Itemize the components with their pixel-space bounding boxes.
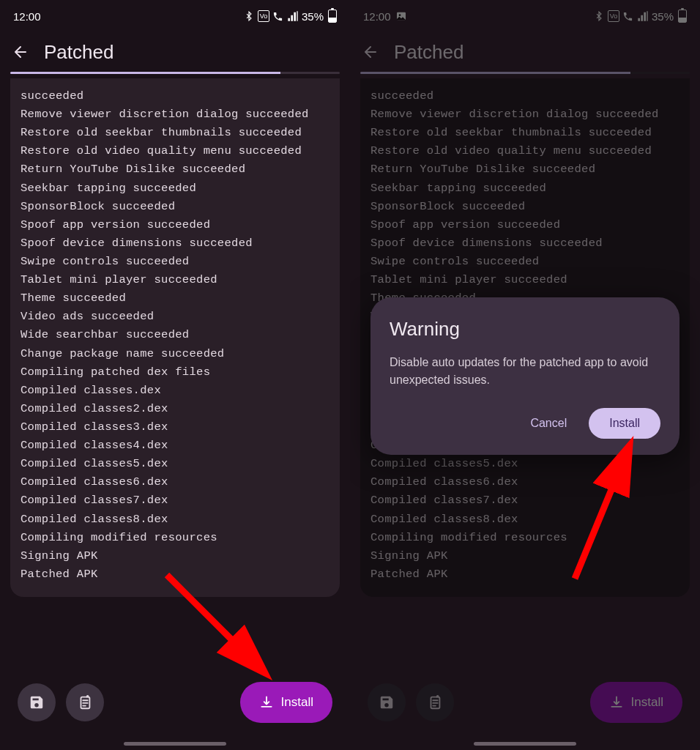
nav-handle [124, 742, 226, 746]
log-line: Compiled classes6.dex [371, 473, 679, 491]
battery-percent: 35% [302, 10, 324, 23]
back-icon[interactable] [362, 43, 379, 61]
progress-bar [10, 72, 340, 74]
log-line: succeeded [371, 87, 679, 105]
log-line: Restore old video quality menu succeeded [371, 142, 679, 160]
picture-icon [395, 10, 407, 22]
log-line: Compiled classes6.dex [21, 473, 329, 491]
status-icons: Vo 35% [243, 10, 337, 23]
log-line: Restore old seekbar thumbnails succeeded [21, 124, 329, 142]
log-line: Swipe controls succeeded [21, 253, 329, 271]
log-line: SponsorBlock succeeded [371, 198, 679, 216]
install-button-label: Install [281, 695, 313, 710]
log-line: Compiled classes7.dex [21, 491, 329, 510]
log-line: Compiled classes4.dex [21, 437, 329, 455]
wifi-call-icon [272, 10, 284, 22]
log-line: Restore old seekbar thumbnails succeeded [371, 124, 679, 142]
log-line: Compiled classes3.dex [21, 418, 329, 437]
signal-icon [637, 10, 649, 22]
save-button[interactable] [18, 683, 56, 721]
status-bar: 12:00 Vo 35% [350, 0, 700, 32]
log-line: Return YouTube Dislike succeeded [371, 160, 679, 179]
log-line: Swipe controls succeeded [371, 253, 679, 271]
dialog-title: Warning [390, 318, 660, 341]
log-line: succeeded [21, 87, 329, 105]
log-line: Restore old video quality menu succeeded [21, 142, 329, 160]
log-line: Seekbar tapping succeeded [371, 179, 679, 198]
log-line: Signing APK [371, 547, 679, 565]
log-line: Compiled classes5.dex [371, 455, 679, 473]
install-button[interactable]: Install [240, 682, 332, 723]
wifi-call-icon [622, 10, 634, 22]
status-bar: 12:00 Vo 35% [0, 0, 350, 32]
cancel-button[interactable]: Cancel [520, 409, 577, 437]
log-line: Compiling modified resources [21, 529, 329, 547]
log-line: Spoof device dimensions succeeded [371, 234, 679, 253]
log-line: Change package name succeeded [21, 345, 329, 363]
log-line: Compiled classes8.dex [21, 510, 329, 529]
log-line: Compiled classes7.dex [371, 491, 679, 510]
status-icons: Vo 35% [593, 10, 687, 23]
volte-icon: Vo [608, 10, 619, 22]
log-line: Patched APK [371, 565, 679, 584]
download-icon [259, 695, 274, 710]
nav-handle [474, 742, 576, 746]
app-bar: Patched [350, 32, 700, 72]
bluetooth-icon [243, 10, 255, 22]
log-line: Signing APK [21, 547, 329, 565]
log-line: Tablet mini player succeeded [371, 271, 679, 289]
log-line: Spoof app version succeeded [21, 216, 329, 234]
bluetooth-icon [593, 10, 605, 22]
page-title: Patched [394, 41, 463, 64]
screenshot-right: 12:00 Vo 35% Patched succeededRemove [350, 0, 700, 750]
install-button-label: Install [631, 695, 663, 710]
log-line: Remove viewer discretion dialog succeede… [371, 105, 679, 124]
log-line: Compiled classes5.dex [21, 455, 329, 473]
battery-icon [678, 10, 687, 23]
log-line: Compiled classes.dex [21, 382, 329, 400]
download-icon [609, 695, 624, 710]
log-line: Compiled classes8.dex [371, 510, 679, 529]
log-line: Compiling modified resources [371, 529, 679, 547]
copy-log-button[interactable] [66, 683, 104, 721]
warning-dialog: Warning Disable auto updates for the pat… [371, 297, 679, 455]
dialog-install-button[interactable]: Install [589, 408, 660, 439]
dialog-body: Disable auto updates for the patched app… [390, 354, 660, 389]
log-line: Wide searchbar succeeded [21, 326, 329, 344]
log-line: Spoof device dimensions succeeded [21, 234, 329, 253]
signal-icon [287, 10, 299, 22]
save-button[interactable] [368, 683, 406, 721]
back-icon[interactable] [12, 43, 29, 61]
battery-percent: 35% [652, 10, 674, 23]
log-line: Return YouTube Dislike succeeded [21, 160, 329, 179]
log-line: Tablet mini player succeeded [21, 271, 329, 289]
log-line: Patched APK [21, 565, 329, 584]
status-time: 12:00 [13, 10, 41, 23]
log-line: Remove viewer discretion dialog succeede… [21, 105, 329, 124]
svg-point-3 [398, 14, 401, 16]
log-line: Compiling patched dex files [21, 363, 329, 382]
bottom-bar: Install [350, 669, 700, 750]
install-button[interactable]: Install [590, 682, 682, 723]
status-time: 12:00 [363, 10, 391, 23]
progress-bar [360, 72, 690, 74]
app-bar: Patched [0, 32, 350, 72]
volte-icon: Vo [258, 10, 269, 22]
log-panel[interactable]: succeededRemove viewer discretion dialog… [10, 78, 340, 597]
battery-icon [328, 10, 337, 23]
page-title: Patched [44, 41, 113, 64]
screenshot-left: 12:00 Vo 35% Patched succeededRemove vie… [0, 0, 350, 750]
bottom-bar: Install [0, 669, 350, 750]
copy-log-button[interactable] [416, 683, 454, 721]
log-line: Theme succeeded [21, 289, 329, 308]
log-line: Video ads succeeded [21, 308, 329, 326]
log-line: Seekbar tapping succeeded [21, 179, 329, 198]
log-line: Spoof app version succeeded [371, 216, 679, 234]
log-line: Compiled classes2.dex [21, 400, 329, 418]
log-line: SponsorBlock succeeded [21, 198, 329, 216]
